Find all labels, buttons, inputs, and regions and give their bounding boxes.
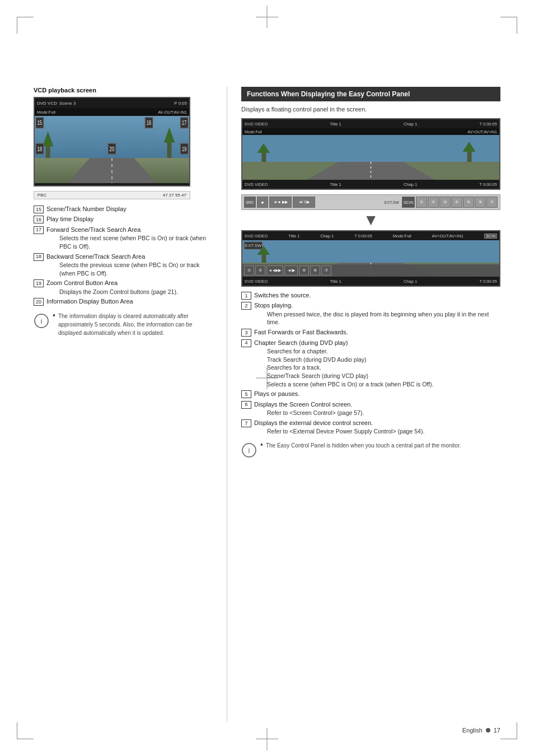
bullet-dot-2: •	[260, 441, 263, 449]
vcd-top-label: DVD VCD	[37, 101, 57, 106]
ecp-screen2-top-bar: DVD VIDEO Title 1 Chap 1 T 0:00:05 Mode:…	[242, 231, 499, 240]
ecp-top-screen: DVD VIDEO Title 1 Chap 1 T 0:00:05 Mode:…	[241, 118, 500, 190]
func-sub-7: Refer to <External Device Power Supply C…	[267, 427, 424, 436]
func-sub-4d: Scene/Track Search (during VCD play)	[267, 372, 433, 380]
feature-num-17: 17	[34, 226, 44, 234]
ctrl-btn-1[interactable]: ①	[416, 197, 427, 208]
ecp-s1-btm-title: Title 1	[330, 182, 341, 187]
func-num-3: 3	[241, 329, 251, 337]
language-label: English	[462, 727, 483, 734]
ext-sw-label: EXT.SW	[383, 200, 401, 204]
func-num-2: 2	[241, 302, 251, 310]
overlay-btn-7[interactable]: ⑦	[321, 265, 331, 276]
feature-item-15: 15 Scene/Track Number Display	[34, 205, 213, 213]
note-icon-functions: i	[241, 442, 257, 460]
vcd-feature-list: 15 Scene/Track Number Display 16 Play ti…	[34, 205, 213, 306]
ecp-bottom-screen: DVD VIDEO Title 1 Chap 1 T 0:00:05 Mode:…	[241, 230, 500, 287]
ctrl-play-btn[interactable]: ◄Ι ΙΙ▶	[293, 197, 315, 208]
vcd-top-bar: DVD VCD Scene 3 P 0:05	[35, 98, 189, 108]
bullet-dot: •	[53, 311, 55, 319]
corner-mark-bl	[17, 722, 34, 739]
ctrl-btn-3[interactable]: ③	[439, 197, 451, 208]
functions-note-item: • The Easy Control Panel is hidden when …	[260, 441, 461, 450]
ctrl-src-btn[interactable]: SRC	[244, 197, 256, 208]
vcd-note-block: i • The information display is cleared a…	[34, 312, 213, 339]
feature-num-19: 19	[34, 279, 44, 287]
ctrl-btn-5[interactable]: ⑤	[463, 197, 474, 208]
ctrl-btns-container: SRC ■ ◄◄ ▶▶ ◄Ι ΙΙ▶ EXT.SW SCrN ① ② ③ ④ ⑤…	[244, 197, 498, 208]
svg-text:15: 15	[37, 119, 42, 127]
ecp-s2-btm-time: T 0:00:05	[479, 279, 497, 284]
feature-item-16: 16 Play time Display	[34, 215, 213, 223]
corner-mark-br	[500, 722, 517, 739]
feature-label-16: Play time Display	[46, 216, 93, 222]
func-num-7: 7	[241, 419, 251, 427]
svg-text:19: 19	[182, 145, 187, 152]
ctrl-scn-btn[interactable]: SCrN	[402, 197, 415, 208]
vcd-bottom-left: DVD VCD Scene 3	[37, 186, 77, 187]
feature-label-15: Scene/Track Number Display	[46, 206, 127, 212]
ctrl-btn-4[interactable]: ④	[451, 197, 462, 208]
feature-item-17: 17 Forward Scene/Track Search Area Selec…	[34, 226, 213, 251]
ctrl-btn-7[interactable]: ⑦	[486, 197, 498, 208]
svg-text:17: 17	[182, 119, 187, 127]
ctrl-ff-btn[interactable]: ◄◄ ▶▶	[269, 197, 292, 208]
svg-text:16: 16	[147, 119, 152, 127]
ecp-s2-mode: Mode:Full	[393, 234, 411, 239]
feature-sub-17: Selects the next scene (when PBC is On) …	[59, 234, 213, 250]
overlay-btn-5[interactable]: ⑤	[299, 265, 309, 276]
page-content: VCD playback screen DVD VCD Scene 3 P 0:…	[34, 87, 500, 722]
ecp-s1-btm-chap: Chap 1	[404, 182, 417, 187]
feature-label-18: Backward Scene/Track Search Area	[46, 253, 145, 260]
ecp-s2-btm-dvd: DVD VIDEO	[245, 279, 268, 284]
overlay-btn-2[interactable]: ②	[255, 265, 265, 276]
page-dot	[486, 728, 490, 732]
ecp-s2-scn-badge: SCrN	[484, 234, 497, 239]
ecp-s1-btm-dvd: DVD VIDEO	[245, 182, 268, 187]
svg-text:EXT.SW: EXT.SW	[245, 243, 263, 248]
vcd-info-numbers: 47 27 95 47	[163, 193, 186, 198]
overlay-btn-4[interactable]: ◄Ι▶	[284, 265, 298, 276]
feature-sub-18: Selects the previous scene (when PBC is …	[59, 261, 213, 277]
vcd-av-text: AV-OUT:AV-IN1	[158, 110, 187, 115]
function-item-7: 7 Displays the external device control s…	[241, 419, 500, 436]
ecp-s1-time: T 0:00:05	[479, 122, 497, 127]
overlay-btn-6[interactable]: ⑥	[310, 265, 320, 276]
ecp-screen1-mode-bar: Mode:Full AV=OUT:AV=IN1	[242, 128, 499, 135]
vcd-mode-text: Mode:Full	[37, 110, 55, 115]
left-column: VCD playback screen DVD VCD Scene 3 P 0:…	[34, 87, 213, 722]
right-column: Functions When Displaying the Easy Contr…	[241, 87, 500, 722]
ecp-screen2-bottom-bar: DVD VIDEO Title 1 Chap 1 T 0:00:05	[242, 277, 499, 286]
ecp-screen1-top-bar: DVD VIDEO Title 1 Chap 1 T 0:00:05	[242, 119, 499, 128]
ecp-s1-dvd: DVD VIDEO	[245, 122, 268, 127]
column-divider	[227, 87, 227, 722]
ecp-s1-title: Title 1	[330, 122, 341, 127]
vcd-bottom-bar: DVD VCD Scene 3 P 0:05	[35, 183, 189, 186]
ctrl-btn-2[interactable]: ②	[428, 197, 439, 208]
ecp-s1-mode: Mode:Full	[245, 130, 262, 134]
func-label-7: Displays the external device control scr…	[254, 419, 373, 426]
feature-num-20: 20	[34, 298, 44, 306]
functions-note-block: i • The Easy Control Panel is hidden whe…	[241, 441, 500, 460]
ecp-s2-dvd: DVD VIDEO	[245, 234, 268, 239]
ctrl-stop-btn[interactable]: ■	[257, 197, 268, 208]
func-sub-4a: Searches for a chapter.	[267, 347, 433, 356]
svg-rect-30	[242, 240, 499, 263]
crosshair-top-v	[267, 6, 268, 28]
feature-num-15: 15	[34, 206, 44, 213]
func-label-3: Fast Forwards or Fast Backwards.	[254, 329, 348, 335]
overlay-btn-1[interactable]: ①	[244, 265, 254, 276]
ecp-s1-av: AV=OUT:AV=IN1	[467, 130, 497, 134]
ecp-top-screen-container: DVD VIDEO Title 1 Chap 1 T 0:00:05 Mode:…	[241, 118, 500, 190]
crosshair-bottom-v	[267, 728, 268, 750]
vcd-top-right: P 0:05	[174, 101, 187, 106]
feature-num-18: 18	[34, 253, 44, 261]
svg-text:i: i	[249, 446, 250, 455]
func-num-6: 6	[241, 401, 251, 409]
func-label-5: Plays or pauses.	[254, 390, 299, 397]
overlay-btn-3[interactable]: ◄◄▶▶	[266, 265, 283, 276]
feature-sub-19: Displays the Zoom Control buttons (page …	[59, 288, 178, 296]
functions-description: Displays a floating control panel in the…	[241, 106, 500, 113]
ctrl-btn-6[interactable]: ⑥	[475, 197, 486, 208]
function-item-4: 4 Chapter Search (during DVD play) Searc…	[241, 339, 500, 389]
